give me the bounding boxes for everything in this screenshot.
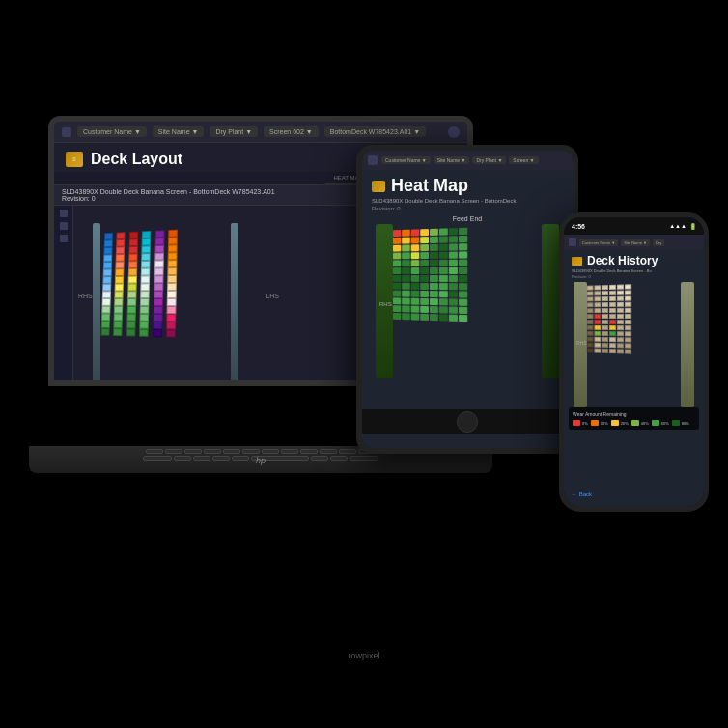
legend-item-0: 0% xyxy=(573,420,588,426)
legend-item-80: 80% xyxy=(672,420,689,426)
settings-icon[interactable] xyxy=(448,126,460,138)
key xyxy=(174,456,191,461)
key xyxy=(193,456,210,461)
key xyxy=(146,449,163,454)
key xyxy=(165,449,182,454)
customer-dropdown[interactable]: Customer Name ▼ xyxy=(381,156,431,164)
key xyxy=(232,456,249,461)
plant-dropdown[interactable]: Dry Plant ▼ xyxy=(472,156,506,164)
tablet-bottom-bar xyxy=(362,409,573,434)
dry-dropdown[interactable]: Dry xyxy=(653,239,664,246)
feed-label: Feed End xyxy=(362,215,573,222)
back-button[interactable]: ← Back xyxy=(572,491,592,497)
site-dropdown[interactable]: Site Name ▼ xyxy=(434,156,470,164)
customer-dropdown[interactable]: Customer Name ▼ xyxy=(77,126,147,137)
label-rhs: RHS xyxy=(576,340,587,346)
wear-legend: Wear Amount Remaining 0% 10% 20% xyxy=(569,407,699,430)
sidebar-icon-3[interactable] xyxy=(60,235,68,242)
legend-item-60: 60% xyxy=(652,420,669,426)
key xyxy=(330,456,348,461)
phone-deck-grid xyxy=(587,284,631,353)
page-title: Deck History xyxy=(587,254,658,267)
legend-label-10: 10% xyxy=(601,421,608,426)
tablet-top-bar: Customer Name ▼ Site Name ▼ Dry Plant ▼ … xyxy=(362,151,573,170)
frame-right xyxy=(231,223,238,380)
laptop-top-bar: Customer Name ▼ Site Name ▼ Dry Plant ▼ … xyxy=(54,122,467,143)
screen-dropdown[interactable]: Screen ▼ xyxy=(509,156,538,164)
legend-label-60: 60% xyxy=(661,421,669,426)
tablet-app-header: Heat Map xyxy=(362,170,573,198)
key xyxy=(350,456,378,461)
swatch-40 xyxy=(631,420,639,426)
scene: Customer Name ▼ Site Name ▼ Dry Plant ▼ … xyxy=(0,0,728,728)
phone-top-bar: Customer Name ▼ Site Name ▼ Dry xyxy=(564,235,704,250)
legend-title: Wear Amount Remaining xyxy=(573,411,695,417)
tablet-body: Customer Name ▼ Site Name ▼ Dry Plant ▼ … xyxy=(356,145,578,454)
screen-info: SLD43890X Double Deck Banana Screen - Bo… xyxy=(62,188,275,195)
time-display: 4:56 xyxy=(572,223,585,230)
app-icon xyxy=(372,181,385,192)
deck-grid xyxy=(99,221,224,380)
app-icon xyxy=(572,257,582,266)
legend-label-40: 40% xyxy=(641,421,649,426)
heat-map-canvas: RHS xyxy=(372,224,563,378)
label-lhs: LHS xyxy=(266,293,279,299)
swatch-0 xyxy=(573,420,580,426)
app-icon: ≡ xyxy=(66,152,83,167)
frame-right xyxy=(681,282,694,407)
site-dropdown[interactable]: Site Name ▼ xyxy=(621,239,650,246)
status-icons: ▲▲▲ 🔋 xyxy=(669,223,696,230)
revision: Revision: 0 xyxy=(564,274,704,282)
sidebar-icon-2[interactable] xyxy=(60,222,68,230)
frame-left xyxy=(93,223,100,380)
key xyxy=(212,456,230,461)
hp-logo: hp xyxy=(256,456,266,465)
legend-item-20: 20% xyxy=(611,420,629,426)
tablet-bar-items: Customer Name ▼ Site Name ▼ Dry Plant ▼ … xyxy=(381,156,567,164)
legend-items: 0% 10% 20% 40% xyxy=(573,420,695,426)
key xyxy=(281,449,298,454)
attribution: rowpixel xyxy=(348,651,379,660)
key xyxy=(300,449,318,454)
page-title: Heat Map xyxy=(391,176,468,196)
page-title: Deck Layout xyxy=(91,151,182,168)
label-rhs: RHS xyxy=(78,293,93,299)
swatch-20 xyxy=(611,420,619,426)
site-dropdown[interactable]: Site Name ▼ xyxy=(153,126,205,137)
grid-icon xyxy=(569,238,576,246)
swatch-60 xyxy=(652,420,659,426)
laptop-sidebar xyxy=(54,206,73,380)
phone-body: 4:56 ▲▲▲ 🔋 Customer Name ▼ Site Name ▼ D… xyxy=(559,212,709,512)
key xyxy=(143,456,172,461)
screen-dropdown[interactable]: Screen 602 ▼ xyxy=(264,126,319,137)
legend-label-0: 0% xyxy=(582,421,588,426)
key xyxy=(184,449,202,454)
plant-dropdown[interactable]: Dry Plant ▼ xyxy=(210,126,258,137)
phone: 4:56 ▲▲▲ 🔋 Customer Name ▼ Site Name ▼ D… xyxy=(559,212,709,512)
label-rhs: RHS xyxy=(379,301,392,307)
key xyxy=(311,456,328,461)
swatch-80 xyxy=(672,420,680,426)
key xyxy=(339,449,356,454)
phone-deck-canvas: RHS xyxy=(572,282,696,407)
status-bar: 4:56 ▲▲▲ 🔋 xyxy=(564,217,704,235)
legend-label-20: 20% xyxy=(621,421,629,426)
home-button[interactable] xyxy=(457,411,478,433)
deck-dropdown[interactable]: BottomDeck W785423.A01 ▼ xyxy=(324,126,426,137)
revision-label: Revision: 0 xyxy=(62,195,96,202)
legend-label-80: 80% xyxy=(682,421,689,426)
signal-icon: ▲▲▲ xyxy=(669,223,686,229)
key xyxy=(262,449,279,454)
legend-item-10: 10% xyxy=(591,420,608,426)
key xyxy=(223,449,240,454)
tablet: Customer Name ▼ Site Name ▼ Dry Plant ▼ … xyxy=(356,145,578,454)
phone-screen: 4:56 ▲▲▲ 🔋 Customer Name ▼ Site Name ▼ D… xyxy=(564,217,704,507)
subtitle: SLD43890X Double Deck Banana Screen - Bo… xyxy=(362,198,573,206)
customer-dropdown[interactable]: Customer Name ▼ xyxy=(579,239,618,246)
key xyxy=(320,449,337,454)
sidebar-icon-1[interactable] xyxy=(60,210,68,217)
phone-app-header: Deck History xyxy=(564,250,704,268)
key xyxy=(204,449,221,454)
frame-right xyxy=(542,224,559,378)
tablet-screen: Customer Name ▼ Site Name ▼ Dry Plant ▼ … xyxy=(362,151,573,448)
